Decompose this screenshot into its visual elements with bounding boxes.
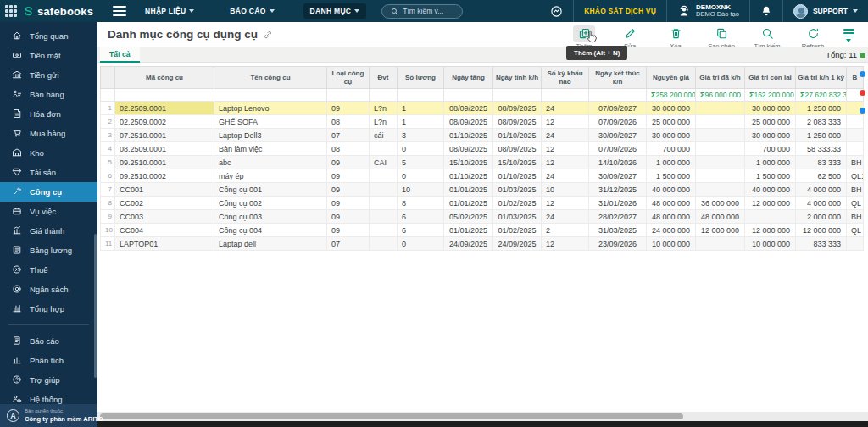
table-cell[interactable]: 09 xyxy=(327,210,370,224)
column-header[interactable]: B xyxy=(847,67,864,89)
apps-grid-icon[interactable] xyxy=(5,5,17,17)
table-cell[interactable]: CC003 xyxy=(115,210,214,224)
table-row[interactable]: 408.2509.0001Bàn làm việc08008/09/202508… xyxy=(101,142,864,156)
table-cell[interactable]: 12 000 000 xyxy=(745,224,796,237)
table-cell[interactable]: 1 500 000 xyxy=(745,169,796,183)
table-cell[interactable]: 01/01/2025 xyxy=(444,197,493,210)
table-cell[interactable]: 48 000 000 xyxy=(647,197,696,210)
column-header[interactable]: Số kỳ khấu hao xyxy=(542,67,589,89)
table-cell[interactable]: 30 000 000 xyxy=(647,129,696,142)
sidebar-item-kho[interactable]: Kho xyxy=(0,143,97,163)
table-cell[interactable]: 83 333 xyxy=(796,156,847,169)
table-cell[interactable]: 0 xyxy=(398,142,444,156)
table-cell[interactable]: 62 500 xyxy=(796,169,847,183)
table-row[interactable]: 7CC001Công cụ 001091001/01/202501/03/202… xyxy=(101,183,864,197)
table-cell[interactable]: Công cụ 002 xyxy=(214,197,327,210)
table-cell[interactable]: 40 000 000 xyxy=(647,183,696,197)
table-cell[interactable]: 28/02/2027 xyxy=(589,210,647,224)
table-cell[interactable]: Công cụ 001 xyxy=(214,183,327,197)
hamburger-icon[interactable] xyxy=(113,3,126,19)
sidebar-item-hoa-đon[interactable]: Hóa đơn xyxy=(0,104,97,124)
scrollbar-thumb[interactable] xyxy=(100,413,683,419)
table-cell[interactable]: LAPTOP01 xyxy=(115,237,214,251)
table-cell[interactable] xyxy=(696,115,745,129)
table-row[interactable]: 11LAPTOP01Laptap dell07024/09/202524/09/… xyxy=(101,237,864,251)
table-cell[interactable]: 700 000 xyxy=(745,142,796,156)
account-section[interactable]: DEMOXNK DEMO Đào tạo xyxy=(666,0,749,22)
table-cell[interactable]: 12 xyxy=(542,197,589,210)
table-cell[interactable]: 30/09/2027 xyxy=(589,169,647,183)
sidebar-item-tien-mat[interactable]: Tiền mặt xyxy=(0,46,97,65)
blue-edge-indicator[interactable] xyxy=(860,71,865,77)
table-cell[interactable] xyxy=(696,142,745,156)
table-row[interactable]: 102.2509.0001Laptop Lenovo09L?n108/09/20… xyxy=(101,102,864,115)
column-header[interactable]: Loại công cụ xyxy=(327,67,370,89)
table-cell[interactable]: 08 xyxy=(327,142,370,156)
table-cell[interactable]: 09 xyxy=(327,197,370,210)
table-row[interactable]: 9CC003Công cụ 00309605/02/202501/03/2025… xyxy=(101,210,864,224)
table-cell[interactable] xyxy=(370,142,398,156)
sidebar-item-vu-viec[interactable]: Vụ việc xyxy=(0,202,97,221)
table-cell[interactable]: 01/10/2025 xyxy=(493,129,542,142)
table-cell[interactable]: 09 xyxy=(327,183,370,197)
table-cell[interactable]: 24 xyxy=(542,210,589,224)
sidebar-scrollbar[interactable] xyxy=(94,234,97,378)
table-cell[interactable]: 1 000 000 xyxy=(647,156,696,169)
table-cell[interactable]: 31/01/2026 xyxy=(589,197,647,210)
table-row[interactable]: 307.2510.0001Laptop Dell307cái301/10/202… xyxy=(101,129,864,142)
table-cell[interactable]: QL xyxy=(847,224,864,237)
table-cell[interactable]: 5 xyxy=(398,156,444,169)
table-cell[interactable]: 12 xyxy=(542,115,589,129)
table-cell[interactable]: 07/09/2027 xyxy=(589,102,647,115)
sidebar-item-mua-hang[interactable]: Mua hàng xyxy=(0,124,97,143)
table-cell[interactable]: 09 xyxy=(327,169,370,183)
table-cell[interactable]: 08.2509.0001 xyxy=(115,142,214,156)
sidebar-item-phan-tich[interactable]: Phân tích xyxy=(0,351,97,370)
table-cell[interactable]: 12 xyxy=(542,142,589,156)
table-cell[interactable] xyxy=(370,183,398,197)
table-cell[interactable]: 01/02/2025 xyxy=(493,224,542,237)
table-cell[interactable] xyxy=(696,129,745,142)
green-edge-indicator[interactable] xyxy=(860,53,865,58)
table-cell[interactable]: 1 250 000 xyxy=(796,102,847,115)
sidebar-item-bang-luong[interactable]: Bảng lương xyxy=(0,241,97,260)
navbar-menu-2[interactable]: BÁO CÁO xyxy=(223,3,281,19)
sidebar-item-tong-hop[interactable]: Tổng hợp xyxy=(0,299,97,319)
table-cell[interactable]: 25 000 000 xyxy=(647,115,696,129)
table-cell[interactable]: BH xyxy=(847,156,864,169)
app-logo[interactable]: safebooks xyxy=(23,5,93,18)
column-header[interactable]: Giá trị k/h 1 kỳ xyxy=(796,67,847,89)
table-row[interactable]: 202.2509.0002GHẾ SOFA08L?n108/09/202508/… xyxy=(101,115,864,129)
red-edge-indicator[interactable] xyxy=(860,90,865,96)
table-cell[interactable] xyxy=(847,237,864,251)
table-cell[interactable]: 3 xyxy=(398,129,444,142)
table-cell[interactable]: L?n xyxy=(370,102,398,115)
column-header[interactable]: Ngày kết thúc k/h xyxy=(589,67,647,89)
table-cell[interactable]: 09 xyxy=(327,156,370,169)
table-cell[interactable]: 02.2509.0002 xyxy=(115,115,214,129)
column-header[interactable]: Đvt xyxy=(370,67,398,89)
column-header[interactable]: Giá trị còn lại xyxy=(745,67,796,89)
table-cell[interactable] xyxy=(696,169,745,183)
table-cell[interactable]: 40 000 000 xyxy=(745,183,796,197)
table-cell[interactable]: 24 xyxy=(542,102,589,115)
navbar-search-input[interactable]: Tìm kiếm v... xyxy=(381,4,463,19)
table-cell[interactable]: 0 xyxy=(398,237,444,251)
table-cell[interactable] xyxy=(696,237,745,251)
table-cell[interactable]: 24/09/2025 xyxy=(493,237,542,251)
table-cell[interactable]: 2 000 000 xyxy=(796,210,847,224)
table-row[interactable]: 10CC004Công cụ 00409601/01/202501/02/202… xyxy=(101,224,864,237)
table-cell[interactable]: 30 000 000 xyxy=(745,102,796,115)
notifications-button[interactable] xyxy=(749,0,782,22)
table-cell[interactable]: 01/10/2025 xyxy=(444,129,493,142)
messenger-button[interactable] xyxy=(540,0,573,22)
table-cell[interactable]: 15/10/2025 xyxy=(444,156,493,169)
table-row[interactable]: 609.2510.0002máy ép09001/10/202501/10/20… xyxy=(101,169,864,183)
table-cell[interactable]: 24/09/2025 xyxy=(444,237,493,251)
table-cell[interactable]: 1 xyxy=(398,102,444,115)
link-icon[interactable] xyxy=(263,30,273,40)
table-cell[interactable]: 15/10/2025 xyxy=(493,156,542,169)
navbar-menu-1[interactable]: NHẬP LIỆU xyxy=(138,3,201,19)
column-header[interactable]: Tên công cụ xyxy=(214,67,327,89)
table-cell[interactable]: 12 xyxy=(542,237,589,251)
